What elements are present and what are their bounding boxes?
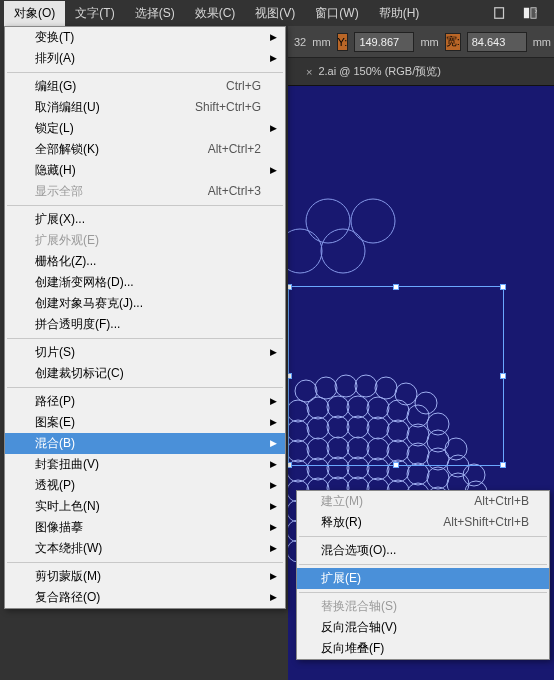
document-tab[interactable]: × 2.ai @ 150% (RGB/预览) <box>298 60 449 83</box>
menu-image-trace[interactable]: 图像描摹▶ <box>5 517 285 538</box>
menu-gradient-mesh[interactable]: 创建渐变网格(D)... <box>5 272 285 293</box>
unit-mm-2: mm <box>420 36 438 48</box>
svg-point-6 <box>321 229 365 273</box>
submenu-arrow-icon: ▶ <box>270 569 277 584</box>
menu-group[interactable]: 编组(G)Ctrl+G <box>5 76 285 97</box>
menu-effect[interactable]: 效果(C) <box>185 1 246 26</box>
submenu-arrow-icon: ▶ <box>270 541 277 556</box>
menu-separator <box>7 562 283 563</box>
object-menu-dropdown: 变换(T)▶ 排列(A)▶ 编组(G)Ctrl+G 取消编组(U)Shift+C… <box>4 26 286 609</box>
menu-separator <box>299 536 547 537</box>
submenu-release[interactable]: 释放(R)Alt+Shift+Ctrl+B <box>297 512 549 533</box>
submenu-reverse-spine[interactable]: 反向混合轴(V) <box>297 617 549 638</box>
unit-mm-3: mm <box>533 36 551 48</box>
menu-unlock-all[interactable]: 全部解锁(K)Alt+Ctrl+2 <box>5 139 285 160</box>
menu-show-all: 显示全部Alt+Ctrl+3 <box>5 181 285 202</box>
menu-clipping-mask[interactable]: 剪切蒙版(M)▶ <box>5 566 285 587</box>
menu-view[interactable]: 视图(V) <box>245 1 305 26</box>
submenu-arrow-icon: ▶ <box>270 499 277 514</box>
menu-pattern[interactable]: 图案(E)▶ <box>5 412 285 433</box>
submenu-arrow-icon: ▶ <box>270 345 277 360</box>
selection-bounding-box[interactable] <box>288 286 504 466</box>
submenu-arrow-icon: ▶ <box>270 590 277 605</box>
menu-text-wrap[interactable]: 文本绕排(W)▶ <box>5 538 285 559</box>
menu-mosaic[interactable]: 创建对象马赛克(J)... <box>5 293 285 314</box>
menu-rasterize[interactable]: 栅格化(Z)... <box>5 251 285 272</box>
submenu-arrow-icon: ▶ <box>270 436 277 451</box>
submenu-arrow-icon: ▶ <box>270 457 277 472</box>
blend-submenu: 建立(M)Alt+Ctrl+B 释放(R)Alt+Shift+Ctrl+B 混合… <box>296 490 550 660</box>
menu-expand-appearance: 扩展外观(E) <box>5 230 285 251</box>
menu-bar-right-icons <box>492 6 550 20</box>
submenu-arrow-icon: ▶ <box>270 415 277 430</box>
y-input[interactable] <box>354 32 414 52</box>
menu-bar: 对象(O) 文字(T) 选择(S) 效果(C) 视图(V) 窗口(W) 帮助(H… <box>0 0 554 26</box>
svg-point-5 <box>288 229 322 273</box>
menu-path[interactable]: 路径(P)▶ <box>5 391 285 412</box>
submenu-arrow-icon: ▶ <box>270 163 277 178</box>
menu-separator <box>7 72 283 73</box>
menu-hide[interactable]: 隐藏(H)▶ <box>5 160 285 181</box>
menu-separator <box>7 338 283 339</box>
menu-expand[interactable]: 扩展(X)... <box>5 209 285 230</box>
menu-help[interactable]: 帮助(H) <box>369 1 430 26</box>
unit-mm: mm <box>312 36 330 48</box>
menu-arrange[interactable]: 排列(A)▶ <box>5 48 285 69</box>
menu-transform[interactable]: 变换(T)▶ <box>5 27 285 48</box>
menu-compound-path[interactable]: 复合路径(O)▶ <box>5 587 285 608</box>
menu-envelope[interactable]: 封套扭曲(V)▶ <box>5 454 285 475</box>
svg-rect-0 <box>495 8 504 19</box>
doc-icon[interactable] <box>492 6 508 20</box>
svg-point-47 <box>407 463 429 485</box>
submenu-reverse-front[interactable]: 反向堆叠(F) <box>297 638 549 659</box>
submenu-arrow-icon: ▶ <box>270 520 277 535</box>
submenu-arrow-icon: ▶ <box>270 30 277 45</box>
menu-slice[interactable]: 切片(S)▶ <box>5 342 285 363</box>
svg-rect-1 <box>524 8 529 19</box>
menu-ungroup[interactable]: 取消编组(U)Shift+Ctrl+G <box>5 97 285 118</box>
menu-crop-marks[interactable]: 创建裁切标记(C) <box>5 363 285 384</box>
menu-flatten[interactable]: 拼合透明度(F)... <box>5 314 285 335</box>
submenu-replace-spine: 替换混合轴(S) <box>297 596 549 617</box>
submenu-expand[interactable]: 扩展(E) <box>297 568 549 589</box>
svg-point-3 <box>306 199 350 243</box>
svg-point-4 <box>351 199 395 243</box>
menu-select[interactable]: 选择(S) <box>125 1 185 26</box>
submenu-arrow-icon: ▶ <box>270 478 277 493</box>
submenu-arrow-icon: ▶ <box>270 51 277 66</box>
menu-object[interactable]: 对象(O) <box>4 1 65 26</box>
width-chip[interactable]: 宽: <box>445 33 461 51</box>
value-prefix: 32 <box>294 36 306 48</box>
menu-lock[interactable]: 锁定(L)▶ <box>5 118 285 139</box>
menu-type[interactable]: 文字(T) <box>65 1 124 26</box>
menu-separator <box>299 564 547 565</box>
submenu-make: 建立(M)Alt+Ctrl+B <box>297 491 549 512</box>
options-toolbar: 32 mm Y: mm 宽: mm <box>288 26 554 58</box>
tab-close-icon[interactable]: × <box>306 66 312 78</box>
menu-live-paint[interactable]: 实时上色(N)▶ <box>5 496 285 517</box>
menu-separator <box>7 205 283 206</box>
document-tab-strip: × 2.ai @ 150% (RGB/预览) <box>288 58 554 86</box>
menu-separator <box>299 592 547 593</box>
tab-label: 2.ai @ 150% (RGB/预览) <box>318 64 440 79</box>
menu-separator <box>7 387 283 388</box>
menu-perspective[interactable]: 透视(P)▶ <box>5 475 285 496</box>
width-input[interactable] <box>467 32 527 52</box>
submenu-arrow-icon: ▶ <box>270 121 277 136</box>
menu-blend[interactable]: 混合(B)▶ <box>5 433 285 454</box>
submenu-blend-options[interactable]: 混合选项(O)... <box>297 540 549 561</box>
y-chip[interactable]: Y: <box>337 33 349 51</box>
menu-window[interactable]: 窗口(W) <box>305 1 368 26</box>
submenu-arrow-icon: ▶ <box>270 394 277 409</box>
arrange-docs-icon[interactable] <box>522 6 538 20</box>
